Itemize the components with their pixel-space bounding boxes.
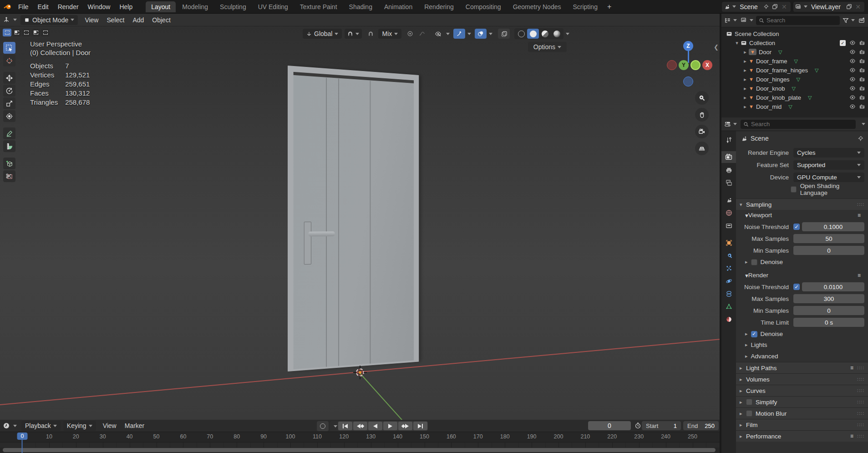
cursor-tool-button[interactable] — [3, 55, 15, 66]
panel-header-motion-blur[interactable]: ▸Motion Blur∷∷ — [736, 407, 868, 419]
add-workspace-button[interactable]: + — [604, 2, 615, 12]
mesh-object-icon[interactable]: ▼ — [749, 67, 754, 73]
breadcrumb-label[interactable]: Scene — [751, 135, 769, 142]
outliner-row[interactable]: ▸▼Door▽ — [721, 47, 868, 56]
scene-icon[interactable] — [724, 4, 730, 10]
outliner-row[interactable]: ▸▼Door_frame_hinges▽ — [721, 66, 868, 75]
shading-solid-icon[interactable] — [527, 29, 539, 39]
door-slab-mesh[interactable] — [294, 72, 414, 369]
pin-scene-icon[interactable] — [761, 2, 771, 11]
properties-tab-constraints[interactable] — [721, 288, 736, 300]
frame-end-field[interactable]: End 250 — [683, 421, 719, 430]
setting-checkbox[interactable]: ✓ — [793, 224, 800, 230]
gizmo-y-neg-axis[interactable] — [690, 60, 700, 70]
stopwatch-icon[interactable] — [635, 422, 641, 429]
panel-header-light-paths[interactable]: ▸Light Paths≡∷∷ — [736, 362, 868, 373]
hide-viewport-icon[interactable] — [849, 40, 856, 46]
autokey-toggle-icon[interactable] — [317, 421, 329, 431]
panel-header-curves[interactable]: ▸Curves∷∷ — [736, 385, 868, 396]
object-expand-icon[interactable]: ▸ — [741, 104, 749, 110]
pan-tool-icon[interactable] — [695, 108, 709, 122]
snap-toggle-icon[interactable] — [365, 29, 376, 39]
properties-tab-object-data[interactable] — [721, 300, 736, 312]
overlays-caret-icon[interactable] — [489, 33, 492, 35]
shading-caret-icon[interactable] — [566, 33, 569, 35]
outliner-row[interactable]: Scene Collection — [721, 29, 868, 38]
outliner-row[interactable]: ▸▼Door_knob_plate▽ — [721, 93, 868, 102]
menubar-item-window[interactable]: Window — [83, 2, 115, 12]
panel-header-simplify[interactable]: ▸Simplify∷∷ — [736, 396, 868, 407]
workspace-tab-compositing[interactable]: Compositing — [460, 1, 507, 12]
select-mode-subtract-icon[interactable] — [22, 29, 30, 36]
panel-header-volumes[interactable]: ▸Volumes∷∷ — [736, 373, 868, 385]
viewport-menu-view[interactable]: View — [81, 15, 102, 25]
orientation-dropdown[interactable]: Global — [303, 29, 342, 39]
object-expand-icon[interactable]: ▸ — [741, 67, 749, 73]
object-expand-icon[interactable]: ▸ — [741, 58, 749, 64]
denoise-toggle-render[interactable]: ▸✓Denoise — [736, 329, 868, 339]
prev-keyframe-button[interactable] — [353, 422, 367, 430]
setting-value-field[interactable]: 50 — [793, 234, 864, 243]
new-viewlayer-icon[interactable] — [844, 2, 853, 11]
disable-render-icon[interactable] — [859, 40, 865, 46]
properties-tab-output[interactable] — [721, 164, 736, 176]
presets-icon[interactable]: ≡ — [850, 433, 853, 439]
shading-rendered-icon[interactable] — [551, 29, 563, 39]
sidebar-collapse-icon[interactable]: ❮ — [714, 44, 719, 51]
transform-tool-button[interactable] — [3, 110, 15, 122]
workspace-tab-texture-paint[interactable]: Texture Paint — [294, 1, 343, 12]
properties-tab-scene[interactable] — [721, 194, 736, 206]
outliner-search-input[interactable] — [766, 17, 837, 24]
workspace-tab-geometry-nodes[interactable]: Geometry Nodes — [508, 1, 567, 12]
presets-icon[interactable]: ≡ — [858, 212, 861, 219]
object-name-door_frame_hinges[interactable]: Door_frame_hinges — [756, 67, 808, 74]
properties-tab-material[interactable] — [721, 313, 736, 325]
field-dropdown[interactable]: Cycles — [793, 148, 864, 158]
filter-viewlayer-icon[interactable] — [741, 17, 747, 24]
properties-options-caret-icon[interactable] — [862, 123, 865, 125]
gizmo-y-axis[interactable]: Y — [679, 60, 689, 70]
mesh-object-icon[interactable]: ▼ — [749, 86, 754, 91]
properties-editor-caret-icon[interactable] — [733, 123, 737, 125]
measure-tool-button[interactable] — [3, 140, 15, 152]
zoom-tool-icon[interactable] — [695, 91, 709, 105]
viewlayer-icon[interactable] — [795, 4, 802, 10]
mesh-object-icon[interactable]: ▼ — [749, 104, 754, 109]
jump-to-end-button[interactable] — [413, 422, 427, 430]
panel-header-film[interactable]: ▸Film∷∷ — [736, 419, 868, 430]
timeline-scrollbar[interactable] — [3, 448, 716, 452]
outliner-search[interactable] — [756, 16, 840, 25]
workspace-tab-rendering[interactable]: Rendering — [419, 1, 459, 12]
subpanel-advanced[interactable]: ▸Advanced — [736, 351, 868, 362]
menubar-item-file[interactable]: File — [14, 2, 33, 12]
timeline-menu-keying[interactable]: Keying — [63, 421, 96, 431]
filter-caret-icon[interactable] — [851, 19, 855, 21]
presets-icon[interactable]: ≡ — [858, 272, 861, 279]
display-mode-icon[interactable] — [724, 17, 731, 24]
falloff-dropdown[interactable]: Mix — [378, 29, 401, 39]
outliner-row[interactable]: ▸▼Door_frame▽ — [721, 56, 868, 66]
subpanel-header-render[interactable]: ▾Render≡ — [736, 270, 868, 280]
select-mode-extend-icon[interactable] — [12, 29, 21, 36]
disable-render-icon[interactable] — [859, 49, 865, 55]
properties-tab-world[interactable] — [721, 207, 736, 219]
select-mode-set-icon[interactable] — [3, 29, 11, 36]
pin-id-icon[interactable] — [858, 136, 863, 142]
visibility-caret-icon[interactable] — [446, 33, 450, 35]
gizmo-z-neg-axis[interactable] — [683, 76, 693, 87]
current-frame-field[interactable]: 0 — [588, 421, 631, 430]
filter-viewlayer-caret-icon[interactable] — [750, 19, 753, 21]
workspace-tab-layout[interactable]: Layout — [146, 1, 176, 12]
timeline-ruler[interactable]: 1020304050607080901001101201301401501601… — [0, 432, 720, 453]
menubar-item-render[interactable]: Render — [53, 2, 83, 12]
object-name-door_hinges[interactable]: Door_hinges — [756, 76, 790, 83]
panel-checkbox[interactable] — [746, 410, 752, 417]
outliner-row[interactable]: ▸▼Door_knob▽ — [721, 84, 868, 93]
add-cube-tool-button[interactable] — [3, 158, 15, 169]
menubar-item-help[interactable]: Help — [115, 2, 137, 12]
scene-caret-icon[interactable] — [732, 5, 736, 8]
properties-search-input[interactable] — [751, 121, 853, 127]
outliner-row[interactable]: ▸▼Door_mid▽ — [721, 102, 868, 111]
setting-value-field[interactable]: 300 — [793, 294, 864, 303]
falloff-curve-icon[interactable] — [416, 29, 428, 39]
